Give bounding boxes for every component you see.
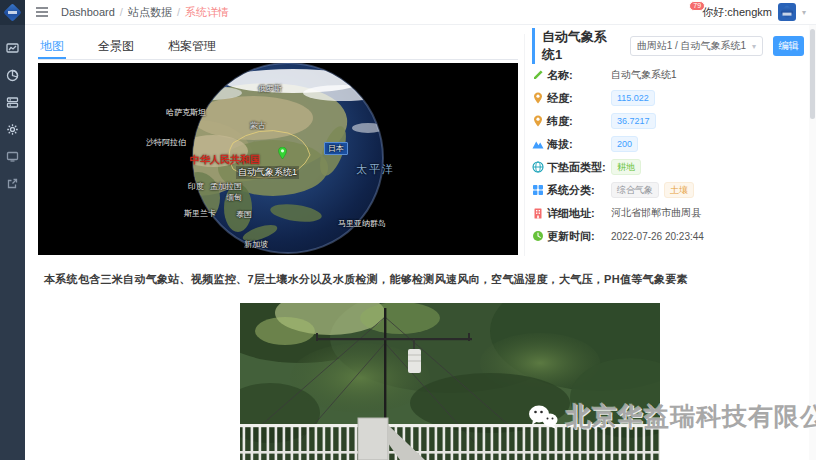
mountain-icon [532, 138, 545, 150]
notification-badge: 79 [689, 1, 705, 11]
station-marker-pin[interactable] [278, 147, 287, 159]
map-label-china: 中华人民共和国 [190, 153, 260, 167]
hamburger-icon [35, 6, 49, 18]
top-header: Dashboard / 站点数据 / 系统详情 79 你好:chengkm ▾ [25, 0, 816, 25]
sidebar-nav [0, 25, 25, 197]
station-detail-panel: 自动气象系统1 曲周站1 / 自动气象系统1 ▾ 编辑 名称: 自动气象系统1 … [532, 34, 804, 243]
avatar-wrap: 79 [681, 5, 696, 20]
map-label: 印度 [188, 181, 204, 192]
map-pin-icon [532, 115, 545, 127]
view-tabs: 地图 全景图 档案管理 [38, 34, 518, 60]
category-badge-weather: 综合气象 [611, 182, 659, 198]
breadcrumb: Dashboard / 站点数据 / 系统详情 [61, 5, 229, 20]
sidebar-toggle[interactable] [35, 6, 49, 18]
brand-diamond-icon [3, 3, 21, 21]
panel-header: 自动气象系统1 曲周站1 / 自动气象系统1 ▾ 编辑 [532, 34, 804, 58]
sidebar-item-settings[interactable] [0, 116, 25, 143]
panel-divider [524, 34, 525, 256]
field-list: 名称: 自动气象系统1 经度: 115.022 纬度: 36.7217 海拔: … [532, 68, 804, 243]
tab-panorama[interactable]: 全景图 [96, 34, 136, 59]
app-logo[interactable] [0, 0, 25, 25]
field-longitude: 经度: 115.022 [532, 91, 804, 105]
building-icon [532, 207, 545, 219]
latitude-badge: 36.7217 [611, 113, 656, 129]
breadcrumb-dashboard[interactable]: Dashboard [61, 6, 115, 18]
select-caret-icon: ▾ [752, 42, 756, 51]
field-name-value: 自动气象系统1 [611, 68, 677, 82]
station-photo-art [240, 303, 660, 460]
watermark-text: 北京华益瑞科技有限公司 [566, 400, 816, 433]
external-link-icon [6, 177, 19, 190]
pencil-icon [532, 69, 545, 81]
surface-type-badge: 耕地 [611, 159, 641, 175]
sidebar-item-station-data[interactable] [0, 89, 25, 116]
field-name: 名称: 自动气象系统1 [532, 68, 804, 82]
breadcrumb-separator: / [177, 6, 180, 18]
globe-map[interactable]: 俄罗斯 哈萨克斯坦 蒙古 日本 中华人民共和国 自动气象系统1 太平洋 沙特阿拉… [38, 63, 518, 255]
page-scrollbar[interactable] [809, 25, 816, 460]
field-system-category: 系统分类: 综合气象 土壤 [532, 183, 804, 197]
sidebar [0, 0, 25, 460]
map-label: 哈萨克斯坦 [166, 107, 206, 118]
wechat-icon [528, 404, 558, 430]
edit-button[interactable]: 编辑 [773, 36, 804, 56]
breadcrumb-separator: / [120, 6, 123, 18]
globe-icon [532, 161, 545, 173]
map-label-station: 自动气象系统1 [236, 166, 299, 179]
grid-icon [532, 184, 545, 196]
panel-title: 自动气象系统1 [532, 28, 616, 64]
field-address: 详细地址: 河北省邯郸市曲周县 [532, 206, 804, 220]
breadcrumb-station-data[interactable]: 站点数据 [128, 5, 172, 20]
header-right: 79 你好:chengkm ▾ [681, 3, 816, 21]
station-select-value: 曲周站1 / 自动气象系统1 [637, 39, 746, 53]
station-photo [240, 303, 660, 460]
map-label: 俄罗斯 [258, 83, 282, 94]
server-list-icon [6, 96, 19, 109]
pie-chart-icon [6, 69, 19, 82]
field-latitude: 纬度: 36.7217 [532, 114, 804, 128]
map-label: 蒙古 [250, 120, 266, 131]
scrollbar-thumb[interactable] [810, 29, 815, 119]
brand-diamond-icon [780, 5, 794, 19]
map-label: 缅甸 [226, 192, 242, 203]
clock-icon [532, 230, 545, 242]
watermark: 北京华益瑞科技有限公司 [528, 400, 816, 433]
map-label: 沙特阿拉伯 [146, 137, 186, 148]
station-select[interactable]: 曲周站1 / 自动气象系统1 ▾ [630, 36, 763, 56]
org-logo[interactable] [778, 3, 796, 21]
field-surface-type: 下垫面类型: 耕地 [532, 160, 804, 174]
sidebar-item-monitor[interactable] [0, 143, 25, 170]
gear-icon [6, 123, 19, 136]
map-label: 马里亚纳群岛 [338, 218, 386, 229]
sidebar-item-external-link[interactable] [0, 170, 25, 197]
map-label: 新加坡 [244, 239, 268, 250]
system-description: 本系统包含三米自动气象站、视频监控、7层土壤水分以及水质检测，能够检测风速风向，… [38, 272, 738, 287]
field-altitude: 海拔: 200 [532, 137, 804, 151]
breadcrumb-current-page: 系统详情 [185, 5, 229, 20]
map-label: 日本 [324, 142, 348, 155]
altitude-badge: 200 [611, 136, 638, 152]
category-badge-soil: 土壤 [664, 182, 694, 198]
map-label: 泰国 [236, 209, 252, 220]
dashboard-icon [6, 42, 19, 55]
map-label: 斯里兰卡 [184, 208, 216, 219]
address-value: 河北省邯郸市曲周县 [611, 206, 701, 220]
update-time-value: 2022-07-26 20:23:44 [611, 231, 704, 242]
monitor-icon [6, 150, 19, 163]
map-label-ocean: 太平洋 [356, 162, 395, 177]
user-menu-caret-icon[interactable]: ▾ [802, 8, 806, 17]
tab-archive[interactable]: 档案管理 [166, 34, 218, 59]
longitude-badge: 115.022 [611, 90, 655, 106]
map-pin-icon [532, 92, 545, 104]
field-update-time: 更新时间: 2022-07-26 20:23:44 [532, 229, 804, 243]
map-label: 孟加拉国 [210, 181, 242, 192]
sidebar-item-dashboard[interactable] [0, 35, 25, 62]
sidebar-item-statistics[interactable] [0, 62, 25, 89]
user-greeting: 你好:chengkm [702, 5, 772, 20]
app-window: Dashboard / 站点数据 / 系统详情 79 你好:chengkm ▾ … [0, 0, 816, 460]
tab-map[interactable]: 地图 [38, 34, 66, 59]
